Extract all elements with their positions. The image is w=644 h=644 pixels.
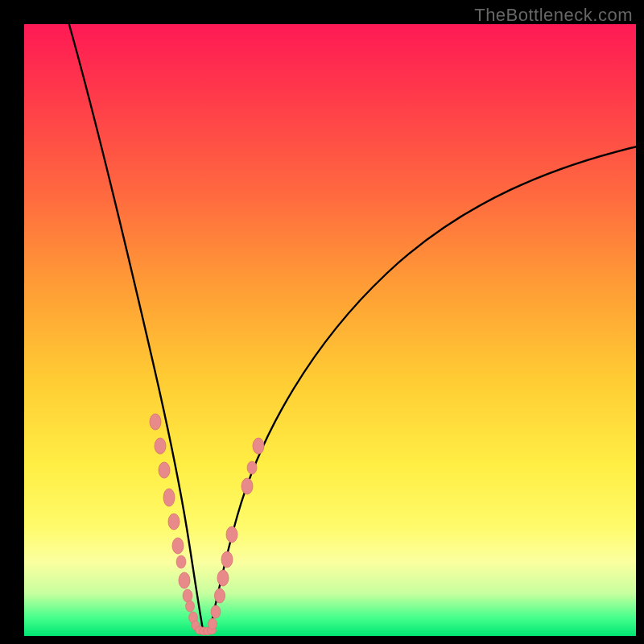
svg-point-21	[226, 526, 237, 543]
svg-point-7	[179, 572, 190, 588]
svg-point-5	[172, 538, 184, 554]
right-curve	[210, 145, 644, 630]
svg-point-16	[208, 618, 217, 630]
svg-point-23	[247, 461, 257, 474]
svg-point-3	[163, 489, 175, 506]
watermark-text: TheBottleneck.com	[474, 5, 633, 26]
curves-svg	[24, 24, 636, 636]
svg-point-6	[176, 555, 186, 568]
svg-point-22	[242, 478, 253, 494]
beads-left-group	[150, 414, 200, 630]
svg-point-20	[221, 551, 233, 568]
svg-point-1	[155, 438, 166, 454]
svg-point-24	[253, 438, 264, 454]
svg-point-8	[183, 589, 192, 602]
svg-point-9	[186, 601, 195, 612]
svg-point-17	[211, 605, 221, 618]
svg-point-18	[215, 588, 225, 603]
svg-point-19	[217, 570, 229, 586]
svg-point-2	[159, 462, 170, 478]
beads-right-group	[208, 438, 265, 630]
svg-point-4	[168, 514, 180, 530]
chart-frame: TheBottleneck.com	[0, 0, 644, 644]
svg-point-0	[150, 414, 161, 430]
left-curve	[67, 16, 203, 630]
plot-area	[24, 24, 636, 636]
